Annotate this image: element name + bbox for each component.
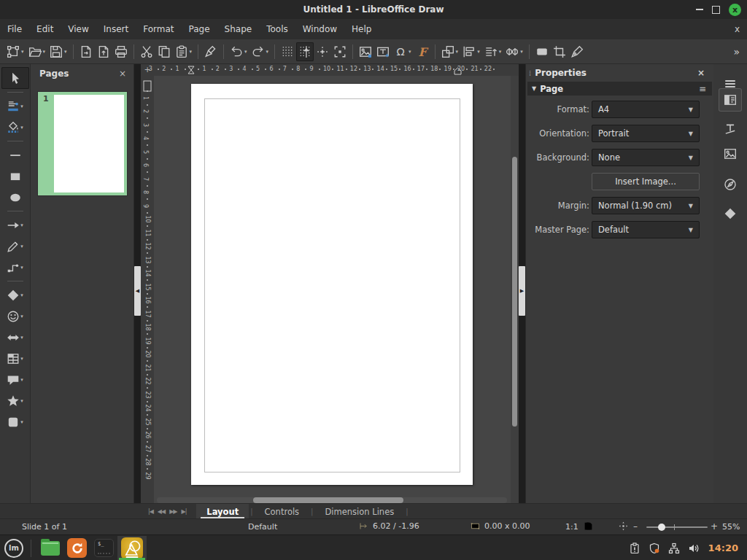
dropdown-arrow-icon[interactable]: ▾	[20, 419, 23, 425]
vertical-scrollbar[interactable]	[511, 76, 519, 503]
snap-to-grid-button[interactable]	[296, 42, 314, 61]
close-document-button[interactable]: x	[735, 19, 740, 39]
dropdown-arrow-icon[interactable]: ▾	[409, 49, 411, 55]
flowchart-tool[interactable]: ▾	[1, 348, 29, 369]
horizontal-scrollbar[interactable]	[157, 497, 507, 503]
shapes-tab[interactable]	[719, 203, 741, 225]
symbol-shapes-tool[interactable]: ▾	[1, 306, 29, 327]
libreoffice-draw-task[interactable]	[117, 536, 147, 560]
dropdown-arrow-icon[interactable]: ▾	[190, 49, 193, 55]
cut-button[interactable]	[138, 42, 155, 61]
dropdown-arrow-icon[interactable]: ▾	[20, 377, 23, 383]
clone-formatting-button[interactable]	[202, 42, 220, 61]
dropdown-arrow-icon[interactable]: ▾	[20, 244, 23, 249]
previous-page-button[interactable]: ◀◀	[158, 508, 165, 515]
save-button[interactable]: ▾	[47, 42, 69, 61]
indent-marker-icon[interactable]	[187, 66, 195, 74]
basic-shapes-tool[interactable]: ▾	[1, 284, 29, 306]
menu-view[interactable]: View	[61, 19, 96, 39]
dropdown-arrow-icon[interactable]: ▾	[456, 49, 459, 55]
paste-button[interactable]: ▾	[173, 42, 195, 61]
section-menu-icon[interactable]: ≡	[699, 84, 706, 94]
dropdown-arrow-icon[interactable]: ▾	[64, 49, 67, 55]
update-manager-launcher[interactable]	[63, 536, 90, 560]
callouts-tool[interactable]: ▾	[1, 369, 29, 390]
curve-tool[interactable]: ▾	[1, 236, 29, 257]
dropdown-arrow-icon[interactable]: ▾	[477, 49, 480, 55]
page-thumbnail[interactable]: 1	[38, 92, 127, 195]
styles-tab[interactable]	[719, 118, 741, 140]
dropdown-arrow-icon[interactable]: ▾	[20, 335, 23, 341]
line-style-tool[interactable]: ▾	[1, 96, 29, 117]
dropdown-arrow-icon[interactable]: ▾	[20, 222, 23, 228]
next-page-button[interactable]: ▶▶	[169, 508, 177, 515]
volume-tray-icon[interactable]	[688, 542, 700, 554]
ellipse-tool[interactable]	[1, 187, 29, 208]
menu-page[interactable]: Page	[182, 19, 217, 39]
menu-shape[interactable]: Shape	[217, 19, 260, 39]
horizontal-ruler[interactable]: 32112345678910111213141516171819202122	[141, 64, 519, 77]
horizontal-scrollbar-thumb[interactable]	[253, 497, 403, 503]
vertical-indent-marker-icon[interactable]	[143, 80, 152, 92]
minimize-button[interactable]	[696, 9, 703, 10]
open-button[interactable]: ▾	[26, 42, 48, 61]
menu-help[interactable]: Help	[344, 19, 379, 39]
shadow-button[interactable]	[533, 42, 551, 61]
fit-page-icon[interactable]	[619, 521, 628, 531]
tab-layout[interactable]: Layout	[196, 504, 249, 519]
rectangle-tool[interactable]	[1, 166, 29, 187]
zoom-in-button[interactable]: +	[711, 521, 718, 532]
restore-button[interactable]	[712, 6, 720, 14]
clock[interactable]: 14:20	[708, 542, 738, 553]
insert-image-button[interactable]: Insert Image...	[592, 173, 700, 190]
dropdown-arrow-icon[interactable]: ▾	[20, 398, 23, 404]
arrange-button[interactable]: ▾	[482, 42, 504, 61]
zoom-slider[interactable]	[646, 526, 708, 528]
special-character-button[interactable]: ▾	[392, 42, 414, 61]
helplines-button[interactable]	[314, 42, 331, 61]
dropdown-arrow-icon[interactable]: ▾	[20, 356, 23, 362]
mint-menu-button[interactable]: lm	[4, 539, 23, 558]
block-arrows-tool[interactable]: ▾	[1, 327, 29, 348]
background-select[interactable]: None▼	[592, 149, 700, 166]
display-grid-button[interactable]	[279, 42, 296, 61]
undo-button[interactable]: ▾	[228, 42, 249, 61]
crop-image-button[interactable]	[551, 42, 568, 61]
zoom-level-status[interactable]: 55%	[722, 522, 740, 532]
menu-window[interactable]: Window	[295, 19, 344, 39]
edit-points-button[interactable]	[568, 42, 586, 61]
drawing-canvas[interactable]	[154, 76, 511, 503]
dropdown-arrow-icon[interactable]: ▾	[20, 292, 23, 298]
fill-color-tool[interactable]: ▾	[1, 117, 29, 138]
toolbar-overflow-button[interactable]: »	[733, 46, 740, 58]
menu-edit[interactable]: Edit	[29, 19, 61, 39]
tab-dimension-lines[interactable]: Dimension Lines	[314, 504, 404, 519]
navigator-tab[interactable]	[719, 174, 741, 195]
dropdown-arrow-icon[interactable]: ▾	[266, 49, 269, 55]
zoom-slider-thumb[interactable]	[658, 524, 665, 531]
master-page-select[interactable]: Default▼	[592, 221, 700, 238]
terminal-launcher[interactable]: $_	[90, 536, 117, 560]
stars-tool[interactable]: ▾	[1, 390, 29, 411]
zoom-out-button[interactable]: –	[633, 521, 638, 532]
menu-file[interactable]: File	[0, 19, 29, 39]
network-tray-icon[interactable]	[668, 542, 680, 554]
dropdown-arrow-icon[interactable]: ▾	[20, 265, 23, 271]
document-page[interactable]	[191, 84, 473, 485]
new-button[interactable]: ▾	[4, 42, 26, 61]
last-page-button[interactable]: ▶|	[181, 508, 186, 515]
distribution-button[interactable]: ▾	[503, 42, 525, 61]
orientation-select[interactable]: Portrait▼	[592, 125, 700, 142]
print-button[interactable]	[112, 42, 130, 61]
dropdown-arrow-icon[interactable]: ▾	[43, 49, 46, 55]
update-shield-tray-icon[interactable]	[649, 542, 660, 554]
copy-button[interactable]	[155, 42, 173, 61]
dropdown-arrow-icon[interactable]: ▾	[499, 49, 502, 55]
format-select[interactable]: A4▼	[592, 101, 700, 118]
insert-image-button[interactable]	[357, 42, 374, 61]
menu-tools[interactable]: Tools	[259, 19, 295, 39]
pages-panel-close-icon[interactable]: ×	[119, 69, 126, 79]
margin-select[interactable]: Normal (1.90 cm)▼	[592, 197, 700, 214]
redo-button[interactable]: ▾	[249, 42, 271, 61]
select-tool[interactable]	[1, 67, 29, 89]
